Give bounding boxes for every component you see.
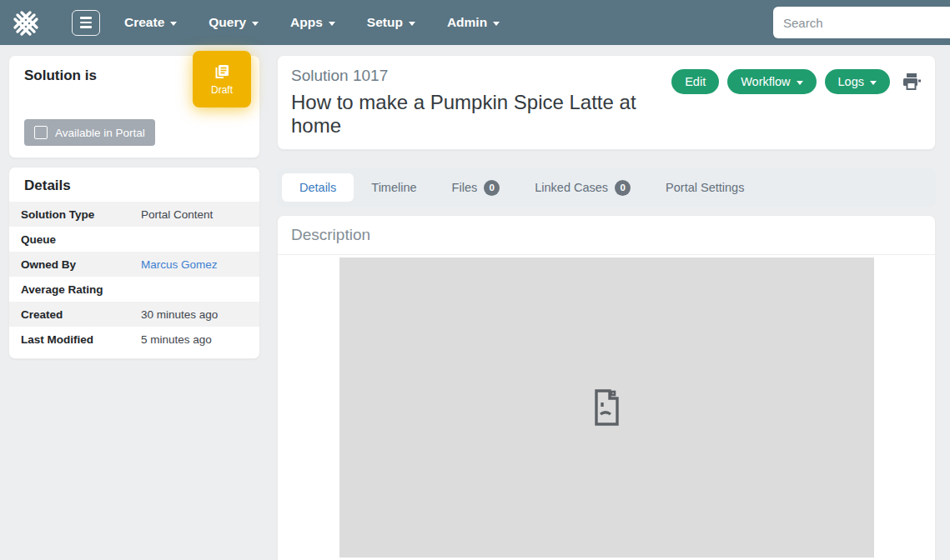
top-navbar: Create Query Apps Setup Admin [0,0,950,45]
content-area: Solution is Draft Available in Portal [0,45,950,560]
chevron-down-icon [870,81,877,85]
print-button[interactable] [902,72,922,91]
menu-item-create[interactable]: Create [108,2,193,42]
details-card-title: Details [9,178,259,194]
main-menu: Create Query Apps Setup Admin [108,2,515,42]
menu-item-admin[interactable]: Admin [431,2,515,42]
brand-logo-icon[interactable] [7,4,45,42]
record-header-card: Solution 1017 How to make a Pumpkin Spic… [277,55,936,150]
table-row: Owned By Marcus Gomez [9,252,259,277]
main-panel: Solution 1017 How to make a Pumpkin Spic… [277,55,936,560]
menu-item-query[interactable]: Query [193,2,274,42]
table-row: Created 30 minutes ago [9,302,259,327]
app-window: Create Query Apps Setup Admin [0,0,950,560]
workflow-dropdown-button[interactable]: Workflow [727,69,816,94]
broken-image-icon [587,385,626,430]
edit-button[interactable]: Edit [671,69,719,94]
description-card-title: Description [278,216,935,255]
left-sidebar: Solution is Draft Available in Portal [8,55,260,359]
table-row: Last Modified 5 minutes ago [9,327,259,352]
search-input[interactable] [773,7,950,38]
owned-by-link[interactable]: Marcus Gomez [141,258,218,271]
details-table: Solution Type Portal Content Queue Owned… [9,202,259,352]
chevron-down-icon [493,22,500,26]
record-tabs: Details Timeline Files 0 Linked Cases 0 … [277,168,936,207]
tab-timeline[interactable]: Timeline [354,173,434,202]
description-card: Description [277,215,936,560]
hamburger-icon [80,17,92,19]
record-id: Solution 1017 [291,67,671,85]
chevron-down-icon [329,22,335,26]
sidebar-toggle-button[interactable] [72,10,100,36]
details-card: Details Solution Type Portal Content Que… [8,167,260,359]
logs-dropdown-button[interactable]: Logs [825,69,890,94]
status-badge-label: Draft [211,84,233,96]
table-row: Average Rating [9,277,259,302]
available-in-portal-button[interactable]: Available in Portal [24,119,155,146]
chevron-down-icon [797,81,803,85]
draft-document-icon [213,62,231,81]
menu-item-apps[interactable]: Apps [274,2,351,42]
description-image-placeholder [339,258,874,558]
chevron-down-icon [170,22,177,26]
portal-button-label: Available in Portal [55,127,145,139]
table-row: Solution Type Portal Content [9,202,259,227]
tab-linked-cases[interactable]: Linked Cases 0 [517,172,648,203]
table-row: Queue [9,227,259,252]
linked-cases-count-badge: 0 [615,180,631,196]
record-actions: Edit Workflow Logs [671,69,922,94]
chevron-down-icon [409,22,415,26]
global-search [773,7,950,38]
printer-icon [902,72,922,91]
page-title: How to make a Pumpkin Spice Latte at hom… [291,91,671,138]
menu-item-setup[interactable]: Setup [351,2,431,42]
files-count-badge: 0 [484,180,500,196]
record-heading: Solution 1017 How to make a Pumpkin Spic… [291,67,671,138]
tab-files[interactable]: Files 0 [435,172,518,203]
chevron-down-icon [252,22,259,26]
tab-portal-settings[interactable]: Portal Settings [648,173,762,202]
checkbox-unchecked-icon [34,126,48,139]
tab-details[interactable]: Details [282,173,354,202]
solution-status-card: Solution is Draft Available in Portal [8,55,260,158]
status-badge[interactable]: Draft [193,51,251,108]
